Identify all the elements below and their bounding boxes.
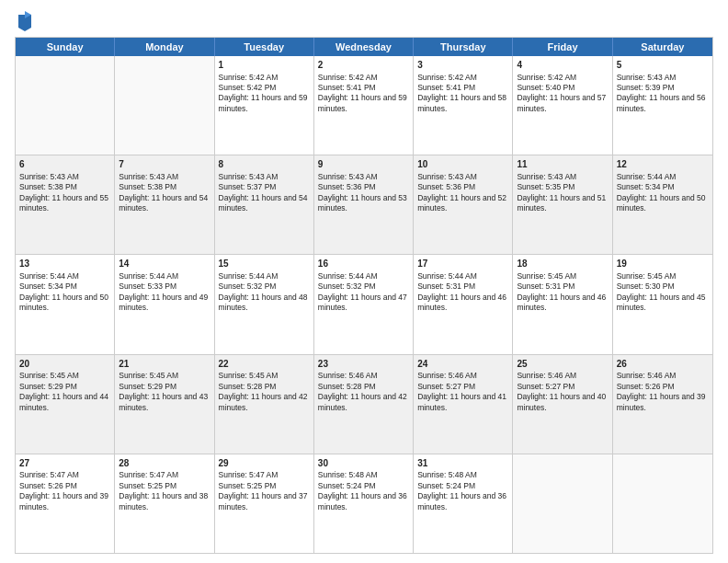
calendar-cell: 20Sunrise: 5:45 AMSunset: 5:29 PMDayligh… (16, 355, 115, 454)
day-info: Daylight: 11 hours and 37 minutes. (219, 491, 310, 512)
day-number: 1 (219, 59, 310, 72)
day-info: Sunset: 5:26 PM (617, 382, 709, 392)
day-info: Daylight: 11 hours and 43 minutes. (119, 392, 210, 413)
calendar-cell: 30Sunrise: 5:48 AMSunset: 5:24 PMDayligh… (314, 454, 414, 553)
day-number: 21 (119, 358, 210, 371)
day-info: Sunrise: 5:43 AM (617, 73, 709, 83)
day-info: Sunrise: 5:47 AM (119, 470, 210, 480)
day-number: 28 (119, 457, 210, 470)
day-number: 4 (517, 59, 608, 72)
day-info: Daylight: 11 hours and 39 minutes. (617, 392, 709, 413)
calendar-row: 13Sunrise: 5:44 AMSunset: 5:34 PMDayligh… (16, 255, 712, 354)
day-info: Sunset: 5:29 PM (19, 382, 110, 392)
day-info: Sunrise: 5:48 AM (318, 470, 409, 480)
calendar-cell: 8Sunrise: 5:43 AMSunset: 5:37 PMDaylight… (215, 155, 314, 254)
day-info: Sunset: 5:34 PM (617, 182, 709, 192)
calendar-header-day: Saturday (613, 38, 712, 56)
day-info: Sunset: 5:31 PM (517, 282, 608, 292)
calendar-cell: 19Sunrise: 5:45 AMSunset: 5:30 PMDayligh… (613, 255, 712, 353)
day-info: Sunset: 5:24 PM (417, 481, 508, 491)
day-number: 5 (617, 59, 709, 72)
day-info: Daylight: 11 hours and 59 minutes. (318, 93, 409, 114)
calendar-row: 1Sunrise: 5:42 AMSunset: 5:42 PMDaylight… (16, 56, 712, 155)
day-info: Sunset: 5:36 PM (417, 182, 508, 192)
calendar-body: 1Sunrise: 5:42 AMSunset: 5:42 PMDaylight… (16, 56, 712, 553)
day-info: Daylight: 11 hours and 52 minutes. (417, 193, 508, 214)
day-info: Daylight: 11 hours and 48 minutes. (219, 293, 310, 314)
day-info: Daylight: 11 hours and 49 minutes. (119, 293, 210, 314)
calendar-cell: 28Sunrise: 5:47 AMSunset: 5:25 PMDayligh… (115, 454, 214, 553)
day-number: 20 (19, 358, 110, 371)
calendar-row: 27Sunrise: 5:47 AMSunset: 5:26 PMDayligh… (16, 454, 712, 553)
day-info: Daylight: 11 hours and 50 minutes. (19, 293, 110, 314)
day-info: Daylight: 11 hours and 39 minutes. (19, 491, 110, 512)
day-info: Sunrise: 5:43 AM (417, 172, 508, 182)
day-info: Sunset: 5:26 PM (19, 481, 110, 491)
day-info: Sunrise: 5:43 AM (19, 172, 110, 182)
day-number: 26 (617, 358, 709, 371)
day-number: 24 (417, 358, 508, 371)
calendar-cell (16, 56, 115, 155)
day-info: Sunset: 5:41 PM (318, 83, 409, 93)
day-info: Sunrise: 5:43 AM (517, 172, 608, 182)
calendar-cell: 23Sunrise: 5:46 AMSunset: 5:28 PMDayligh… (314, 355, 414, 454)
day-number: 10 (417, 158, 508, 171)
page: SundayMondayTuesdayWednesdayThursdayFrid… (0, 0, 728, 563)
day-info: Daylight: 11 hours and 45 minutes. (617, 293, 709, 314)
day-number: 30 (318, 457, 409, 470)
day-number: 17 (417, 258, 508, 270)
day-info: Daylight: 11 hours and 44 minutes. (19, 392, 110, 413)
day-info: Sunrise: 5:44 AM (219, 271, 310, 282)
day-info: Sunrise: 5:42 AM (219, 73, 310, 83)
calendar-cell: 12Sunrise: 5:44 AMSunset: 5:34 PMDayligh… (613, 155, 712, 254)
day-number: 7 (119, 158, 210, 171)
calendar-cell: 31Sunrise: 5:48 AMSunset: 5:24 PMDayligh… (414, 454, 513, 553)
day-info: Sunset: 5:38 PM (119, 182, 210, 192)
calendar-cell: 24Sunrise: 5:46 AMSunset: 5:27 PMDayligh… (414, 355, 513, 454)
calendar-cell: 3Sunrise: 5:42 AMSunset: 5:41 PMDaylight… (414, 56, 513, 155)
calendar-cell: 14Sunrise: 5:44 AMSunset: 5:33 PMDayligh… (115, 255, 214, 353)
day-info: Daylight: 11 hours and 51 minutes. (517, 193, 608, 214)
day-info: Sunset: 5:29 PM (119, 382, 210, 392)
day-number: 23 (318, 358, 409, 371)
day-info: Sunset: 5:38 PM (19, 182, 110, 192)
day-info: Sunrise: 5:43 AM (318, 172, 409, 182)
day-number: 11 (517, 158, 608, 171)
day-number: 8 (219, 158, 310, 171)
day-info: Daylight: 11 hours and 53 minutes. (318, 193, 409, 214)
day-info: Sunset: 5:24 PM (318, 481, 409, 491)
day-info: Sunset: 5:42 PM (219, 83, 310, 93)
day-info: Sunrise: 5:46 AM (417, 371, 508, 381)
day-info: Daylight: 11 hours and 38 minutes. (119, 491, 210, 512)
calendar-cell (513, 454, 612, 553)
day-info: Sunset: 5:32 PM (318, 282, 409, 292)
day-info: Daylight: 11 hours and 46 minutes. (517, 293, 608, 314)
day-info: Daylight: 11 hours and 58 minutes. (417, 93, 508, 114)
calendar-cell: 2Sunrise: 5:42 AMSunset: 5:41 PMDaylight… (314, 56, 414, 155)
day-number: 29 (219, 457, 310, 470)
calendar-header-day: Wednesday (314, 38, 414, 56)
day-info: Sunrise: 5:44 AM (617, 172, 709, 182)
header (15, 9, 713, 31)
calendar-header-day: Sunday (16, 38, 115, 56)
day-info: Sunrise: 5:45 AM (19, 371, 110, 381)
calendar: SundayMondayTuesdayWednesdayThursdayFrid… (15, 37, 713, 554)
calendar-header: SundayMondayTuesdayWednesdayThursdayFrid… (16, 38, 712, 56)
day-number: 22 (219, 358, 310, 371)
calendar-cell (115, 56, 214, 155)
calendar-cell: 18Sunrise: 5:45 AMSunset: 5:31 PMDayligh… (513, 255, 612, 353)
calendar-cell: 26Sunrise: 5:46 AMSunset: 5:26 PMDayligh… (613, 355, 712, 454)
day-info: Sunrise: 5:46 AM (517, 371, 608, 381)
day-info: Daylight: 11 hours and 59 minutes. (219, 93, 310, 114)
day-info: Sunset: 5:27 PM (517, 382, 608, 392)
logo (15, 13, 33, 31)
day-info: Sunrise: 5:44 AM (318, 271, 409, 282)
day-info: Sunset: 5:28 PM (318, 382, 409, 392)
day-number: 2 (318, 59, 409, 72)
day-info: Sunrise: 5:46 AM (318, 371, 409, 381)
day-number: 14 (119, 258, 210, 270)
calendar-header-day: Friday (513, 38, 612, 56)
calendar-cell: 16Sunrise: 5:44 AMSunset: 5:32 PMDayligh… (314, 255, 414, 353)
calendar-cell: 11Sunrise: 5:43 AMSunset: 5:35 PMDayligh… (513, 155, 612, 254)
calendar-cell: 4Sunrise: 5:42 AMSunset: 5:40 PMDaylight… (513, 56, 612, 155)
